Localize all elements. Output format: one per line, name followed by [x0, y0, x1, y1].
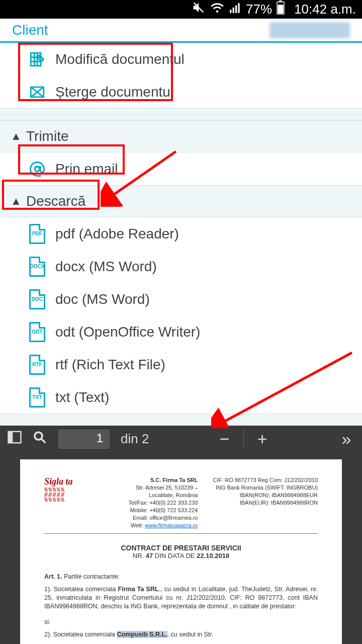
client-label: Client — [12, 22, 48, 38]
download-txt-label: txt (Text) — [55, 389, 109, 406]
page-number-input[interactable]: 1 — [57, 429, 111, 450]
txt-file-icon: TXT — [27, 387, 47, 408]
wifi-icon — [210, 0, 225, 19]
chevron-up-icon: ▲ — [8, 130, 24, 143]
delete-document-row[interactable]: Șterge documentul — [0, 75, 362, 108]
edit-icon — [27, 51, 47, 68]
svg-rect-1 — [230, 10, 231, 13]
signal-icon — [229, 1, 242, 18]
sidebar-toggle-icon[interactable] — [7, 430, 22, 448]
page-total-label: din 2 — [121, 431, 149, 447]
doc-logo: Sigla ta \\\ \\\ \\\ \\\ \\\/// /// /// … — [44, 476, 110, 529]
more-icon[interactable]: » — [338, 429, 355, 449]
doc-bank-block: CIF: RO 9872773 Reg Com: J12/202/2010 IN… — [213, 476, 318, 529]
battery-icon — [276, 1, 285, 18]
download-txt-row[interactable]: TXT txt (Text) — [0, 381, 362, 414]
toolbar-divider — [243, 429, 244, 449]
download-rtf-label: rtf (Rich Text File) — [55, 357, 165, 373]
doc-title: CONTRACT DE PRESTARI SERVICII — [44, 544, 318, 552]
status-bar: 77% 10:42 a.m. — [0, 0, 362, 19]
download-pdf-row[interactable]: PDF pdf (Adobe Reader) — [0, 217, 362, 250]
send-email-row[interactable]: Prin email — [0, 152, 362, 185]
chevron-up-icon: ▲ — [8, 195, 24, 208]
section-gap — [0, 414, 362, 426]
svg-rect-2 — [233, 8, 234, 13]
download-docx-row[interactable]: DOCX docx (MS Word) — [0, 250, 362, 283]
section-gap — [0, 108, 362, 120]
zoom-out-button[interactable]: − — [216, 429, 233, 449]
svg-rect-4 — [238, 3, 240, 13]
edit-document-row[interactable]: Modifică documentul — [0, 43, 362, 75]
pdf-page: Sigla ta \\\ \\\ \\\ \\\ \\\/// /// /// … — [20, 459, 342, 644]
svg-rect-19 — [9, 432, 13, 443]
svg-rect-3 — [235, 6, 237, 13]
download-doc-label: doc (MS Word) — [55, 291, 150, 307]
doc-company-block: S.C. Firma Ta SRL Str. Adresei 25, 51023… — [110, 476, 198, 529]
pdf-toolbar: 1 din 2 − + » — [0, 426, 362, 452]
clock: 10:42 a.m. — [294, 2, 356, 17]
download-section-header[interactable]: ▲ Descarcă — [0, 185, 362, 217]
battery-percent: 77% — [246, 2, 272, 17]
edit-document-label: Modifică documentul — [55, 51, 185, 67]
download-doc-row[interactable]: DOC doc (MS Word) — [0, 283, 362, 315]
rtf-file-icon: RTF — [27, 355, 47, 375]
download-pdf-label: pdf (Adobe Reader) — [55, 226, 179, 242]
pdf-file-icon: PDF — [27, 224, 47, 244]
svg-rect-7 — [278, 5, 284, 14]
client-name-redacted — [269, 22, 350, 38]
mute-icon — [192, 1, 206, 18]
doc-subtitle: NR. 47 DIN DATA DE 22.10.2018 — [44, 552, 318, 559]
send-email-label: Prin email — [55, 161, 118, 177]
search-icon[interactable] — [32, 430, 47, 448]
at-icon — [27, 160, 47, 178]
send-section-label: Trimite — [26, 128, 69, 144]
download-docx-label: docx (MS Word) — [55, 259, 157, 275]
download-rtf-row[interactable]: RTF rtf (Rich Text File) — [0, 348, 362, 381]
zoom-in-button[interactable]: + — [254, 429, 271, 449]
download-odt-label: odt (OpenOffice Writer) — [55, 324, 200, 340]
doc-body: Art. 1. Partile contractante: 1). Societ… — [44, 573, 318, 639]
svg-line-21 — [42, 439, 46, 443]
doc-file-icon: DOC — [27, 289, 47, 309]
client-header: Client — [0, 19, 362, 43]
odt-file-icon: ODT — [27, 322, 47, 342]
download-section-label: Descarcă — [26, 193, 85, 209]
docx-file-icon: DOCX — [27, 257, 47, 277]
delete-icon — [27, 84, 47, 101]
svg-point-20 — [35, 432, 42, 440]
send-section-header[interactable]: ▲ Trimite — [0, 120, 362, 152]
pdf-viewport[interactable]: Sigla ta \\\ \\\ \\\ \\\ \\\/// /// /// … — [0, 452, 362, 644]
delete-document-label: Șterge documentul — [55, 84, 173, 100]
download-odt-row[interactable]: ODT odt (OpenOffice Writer) — [0, 315, 362, 348]
